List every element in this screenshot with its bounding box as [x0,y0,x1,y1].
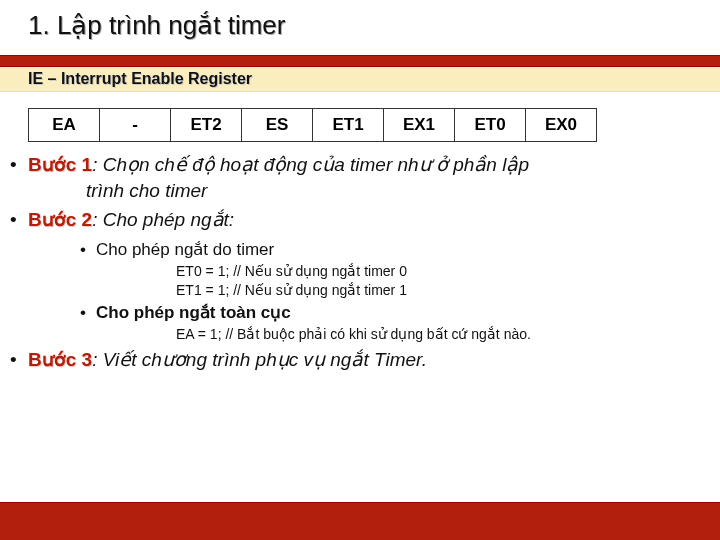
reg-cell: - [99,108,171,142]
step-1: Bước 1: Chọn chế độ hoạt động của timer … [6,152,700,203]
sub-item: Cho phép ngắt toàn cục EA = 1; // Bắt bu… [80,302,700,344]
subtitle: IE – Interrupt Enable Register [28,70,720,88]
slide: 1. Lập trình ngắt timer IE – Interrupt E… [0,0,720,540]
content: Bước 1: Chọn chế độ hoạt động của timer … [0,152,720,373]
step-text: : Chọn chế độ hoạt động của timer như ở … [92,154,529,175]
step-text-cont: trình cho timer [28,178,700,204]
step-label: Bước 1 [28,154,92,175]
step-text: : Viết chương trình phục vụ ngắt Timer. [92,349,427,370]
sub-title: Cho phép ngắt toàn cục [96,303,291,322]
reg-cell: EA [28,108,100,142]
subtitle-band: IE – Interrupt Enable Register [0,67,720,92]
sub-item: Cho phép ngắt do timer ET0 = 1; // Nếu s… [80,239,700,300]
code-line: ET0 = 1; // Nếu sử dụng ngắt timer 0 [176,262,700,281]
reg-cell: ET0 [454,108,526,142]
step-list: Bước 1: Chọn chế độ hoạt động của timer … [6,152,700,373]
step-3: Bước 3: Viết chương trình phục vụ ngắt T… [6,347,700,373]
reg-cell: EX0 [525,108,597,142]
register-row: EA - ET2 ES ET1 EX1 ET0 EX0 [28,108,720,142]
step-text: : Cho phép ngắt: [92,209,234,230]
sub-title: Cho phép ngắt do timer [96,240,274,259]
step-label: Bước 3 [28,349,92,370]
step-2: Bước 2: Cho phép ngắt: Cho phép ngắt do … [6,207,700,343]
footer-bar [0,502,720,540]
reg-cell: ET2 [170,108,242,142]
title-accent-bar [0,55,720,67]
reg-cell: ET1 [312,108,384,142]
step-label: Bước 2 [28,209,92,230]
code-line: ET1 = 1; // Nếu sử dụng ngắt timer 1 [176,281,700,300]
sub-list: Cho phép ngắt do timer ET0 = 1; // Nếu s… [80,239,700,344]
title-area: 1. Lập trình ngắt timer [0,0,720,41]
code-line: EA = 1; // Bắt buộc phải có khi sử dụng … [176,325,700,344]
reg-cell: EX1 [383,108,455,142]
slide-title: 1. Lập trình ngắt timer [28,10,720,41]
reg-cell: ES [241,108,313,142]
